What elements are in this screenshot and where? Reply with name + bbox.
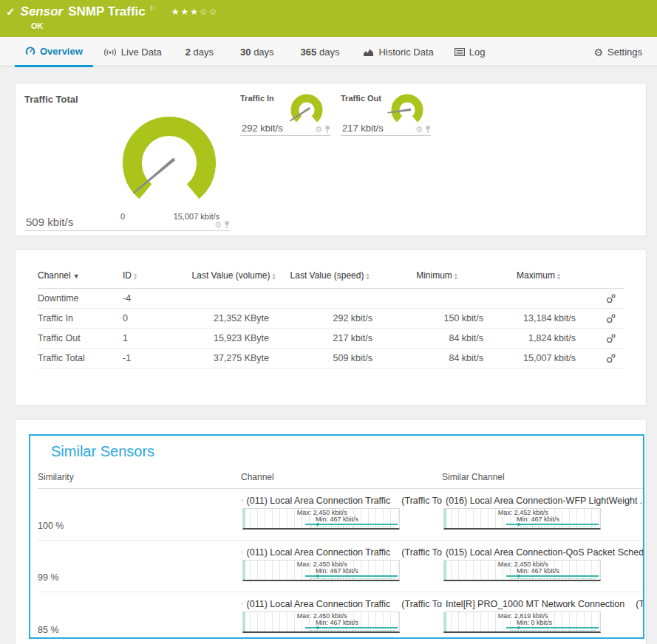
tab-label: days xyxy=(191,47,214,58)
column-header-channel[interactable]: Channel▼ xyxy=(38,270,123,281)
similar-sensors-panel: Similar Sensors Similarity Channel Simil… xyxy=(15,419,647,644)
sensor-header: ✓ Sensor SNMP Traffic ⚐ ★★★☆☆ OK xyxy=(0,0,657,37)
channel-suffix: (Traffic To xyxy=(401,496,442,506)
gauge-icon xyxy=(25,46,35,56)
graph-point xyxy=(316,626,319,629)
traffic-total-gauge-block: Traffic Total 509 kbit/s 0 15,007 kbit/s… xyxy=(24,94,230,231)
gauge-value: 217 kbit/s xyxy=(342,123,384,134)
channel-link[interactable]: (011) Local Area Connection Traffic (Tra… xyxy=(241,494,442,507)
graph-ticks xyxy=(310,527,396,527)
cell-id: -1 xyxy=(123,353,189,363)
stars-empty: ☆☆ xyxy=(200,7,219,17)
graph-min-label: Min: 467 kbit/s xyxy=(516,567,560,575)
tab-30-days[interactable]: 30 days xyxy=(227,37,287,67)
similar-sensors-box: Similar Sensors Similarity Channel Simil… xyxy=(29,434,644,639)
pin-icon[interactable] xyxy=(425,126,431,134)
similar-channel-link[interactable]: (015) Local Area Connection-QoS Packet S… xyxy=(442,546,643,558)
channel-table-header: Channel▼ ID▴▾ Last Value (volume)▴▾ Last… xyxy=(38,270,624,289)
graph-point xyxy=(316,523,319,526)
similar-channel-link[interactable]: (016) Local Area Connection-WFP LightWei… xyxy=(442,494,643,507)
similar-channel-link[interactable]: Intel[R] PRO_1000 MT Network Connection … xyxy=(442,597,643,610)
similar-sensor-row: 100 % (011) Local Area Connection Traffi… xyxy=(38,489,643,541)
column-header-minimum[interactable]: Minimum▴▾ xyxy=(381,270,492,281)
priority-stars[interactable]: ★★★☆☆ xyxy=(171,7,219,17)
pin-icon[interactable] xyxy=(324,126,330,134)
tab-label: Settings xyxy=(607,47,642,58)
cell-channel: Traffic In xyxy=(38,313,123,323)
pin-icon[interactable] xyxy=(224,221,230,229)
graph-min-label: Min: 0 kbit/s xyxy=(516,619,553,626)
sort-icon: ▴▾ xyxy=(455,273,457,280)
tab-bar: Overview Live Data 2 days 30 days 365 da… xyxy=(0,37,657,67)
gauge-scale-min: 0 xyxy=(120,212,125,221)
cell-speed: 292 kbit/s xyxy=(278,313,381,323)
sensor-type-label: Sensor xyxy=(21,4,64,19)
cell-maximum: 15,007 kbit/s xyxy=(492,353,585,363)
column-header-similarity: Similarity xyxy=(38,472,241,482)
similarity-value: 99 % xyxy=(38,572,241,592)
tab-2-days[interactable]: 2 days xyxy=(172,37,227,67)
stars-filled: ★★★ xyxy=(171,7,200,17)
column-header-volume[interactable]: Last Value (volume)▴▾ xyxy=(189,270,278,281)
log-icon xyxy=(455,48,465,56)
gear-icon[interactable]: ⚙ xyxy=(315,125,322,134)
cell-minimum: 150 kbit/s xyxy=(381,313,492,323)
cell-maximum: 13,184 kbit/s xyxy=(492,313,585,323)
graph-ticks xyxy=(511,527,597,527)
status-badge: OK xyxy=(31,21,650,30)
tab-label: Overview xyxy=(40,46,83,57)
cell-volume: 15,923 KByte xyxy=(189,333,278,343)
channel-settings-icon[interactable] xyxy=(597,354,624,363)
sensor-title: SNMP Traffic xyxy=(68,4,146,19)
tab-live-data[interactable]: Live Data xyxy=(93,37,172,67)
channel-suffix: (To xyxy=(636,599,643,609)
column-header-speed[interactable]: Last Value (speed)▴▾ xyxy=(278,270,381,281)
channel-link[interactable]: (011) Local Area Connection Traffic (Tra… xyxy=(241,546,442,558)
graph-line xyxy=(506,524,599,525)
channel-link[interactable]: (011) Local Area Connection Traffic (Tra… xyxy=(241,597,442,610)
traffic-out-gauge xyxy=(385,91,431,129)
channel-suffix: (Traffic To xyxy=(401,547,442,558)
graph-point xyxy=(517,575,520,578)
gear-icon[interactable]: ⚙ xyxy=(214,220,222,230)
sort-icon: ▴▾ xyxy=(557,273,560,280)
flag-icon[interactable]: ⚐ xyxy=(149,4,156,13)
traffic-in-gauge xyxy=(285,91,330,129)
tab-settings[interactable]: ⚙ Settings xyxy=(583,37,653,67)
sort-icon: ▴▾ xyxy=(272,273,275,280)
traffic-out-gauge-block: Traffic Out 217 kbit/s ⚙ xyxy=(341,94,431,136)
move-crosshair-icon[interactable] xyxy=(241,600,243,608)
tab-label: Historic Data xyxy=(378,47,433,58)
channel-settings-icon[interactable] xyxy=(597,334,624,343)
channel-mini-graph: Max: 2,450 kbit/s Min: 467 kbit/s xyxy=(242,508,400,530)
graph-ticks xyxy=(511,578,597,579)
tab-log[interactable]: Log xyxy=(444,37,496,67)
graph-line xyxy=(305,524,398,525)
move-crosshair-icon[interactable] xyxy=(241,548,243,556)
channel-mini-graph: Max: 2,450 kbit/s Min: 467 kbit/s xyxy=(242,612,400,633)
tab-historic-data[interactable]: Historic Data xyxy=(353,37,443,67)
move-crosshair-icon[interactable] xyxy=(241,496,243,504)
column-header-maximum[interactable]: Maximum▴▾ xyxy=(492,270,585,281)
tab-label: Live Data xyxy=(121,47,162,58)
channel-settings-icon[interactable] xyxy=(597,314,624,323)
traffic-total-gauge xyxy=(104,104,234,215)
cell-volume: 37,275 KByte xyxy=(189,353,278,363)
tab-label: days xyxy=(316,47,339,58)
channel-settings-icon[interactable] xyxy=(597,294,624,304)
tab-overview[interactable]: Overview xyxy=(15,37,93,67)
cell-channel: Traffic Total xyxy=(38,353,123,363)
similar-sensors-title: Similar Sensors xyxy=(51,443,643,460)
channel-name: (015) Local Area Connection-QoS Packet S… xyxy=(446,547,643,558)
channel-name: (011) Local Area Connection Traffic xyxy=(247,547,391,558)
tab-label: Log xyxy=(469,47,486,58)
graph-point xyxy=(517,523,520,526)
gear-icon[interactable]: ⚙ xyxy=(415,125,423,134)
tab-365-days[interactable]: 365 days xyxy=(287,37,353,67)
channel-name: (016) Local Area Connection-WFP LightWei… xyxy=(446,496,643,506)
column-header-id[interactable]: ID▴▾ xyxy=(123,270,189,281)
cell-channel: Downtime xyxy=(38,293,123,304)
graph-min-label: Min: 467 kbit/s xyxy=(516,515,560,523)
gauges-panel: Traffic Total 509 kbit/s 0 15,007 kbit/s… xyxy=(15,83,647,236)
channel-name: (011) Local Area Connection Traffic xyxy=(247,599,391,609)
